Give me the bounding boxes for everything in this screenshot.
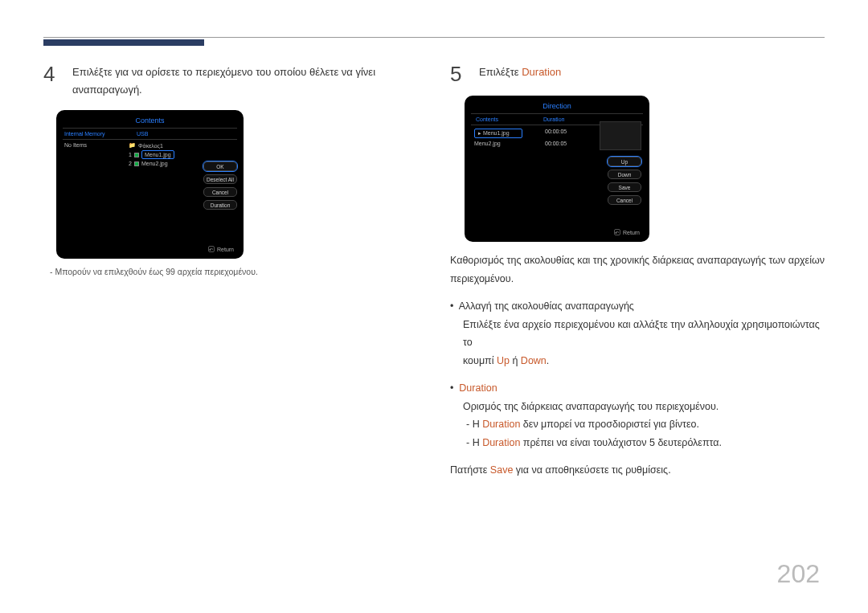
device-direction: Direction Contents Duration ▸ Menu1.jpg …	[465, 96, 649, 242]
last-a: Πατήστε	[450, 464, 490, 476]
bullet-sub: Επιλέξτε ένα αρχείο περιεχομένου και αλλ…	[463, 316, 825, 370]
d2-a: Η	[473, 437, 483, 448]
list-item[interactable]: 1 Menu1.jpg	[129, 149, 235, 160]
step-number: 4	[43, 63, 63, 84]
step-text: Επιλέξτε Duration	[479, 63, 561, 81]
header-internal: Internal Memory	[64, 131, 121, 137]
sub-end: .	[547, 355, 549, 366]
d2-hl: Duration	[482, 437, 520, 448]
bullet-prefix: •	[450, 300, 453, 312]
d1-a: Η	[473, 419, 483, 430]
item-name: Menu2.jpg	[141, 161, 168, 166]
step-5: 5 Επιλέξτε Duration	[450, 63, 825, 84]
preview-box	[600, 121, 641, 150]
cancel-button[interactable]: Cancel	[203, 187, 237, 197]
return-row[interactable]: ↶ Return	[614, 229, 640, 235]
checkbox-icon	[134, 161, 139, 166]
accent-bar	[43, 39, 204, 46]
columns: 4 Επιλέξτε για να ορίσετε το περιεχόμενο…	[43, 63, 825, 480]
header-duration: Duration	[543, 116, 564, 122]
left-column: 4 Επιλέξτε για να ορίσετε το περιεχόμενο…	[43, 63, 418, 480]
last-b: για να αποθηκεύσετε τις ρυθμίσεις.	[513, 464, 670, 476]
row-duration: 00:00:05	[545, 129, 567, 138]
page-number: 202	[777, 559, 820, 589]
item-name: Φάκελος1	[138, 143, 163, 149]
hl-down: Down	[521, 355, 547, 366]
item-name: Menu1.jpg	[145, 152, 171, 157]
button-stack: OK Deselect All Cancel Duration	[203, 161, 237, 210]
bullet-2: • Duration Ορισμός της διάρκειας αναπαρα…	[450, 379, 825, 452]
row-name-text: Menu1.jpg	[483, 130, 510, 136]
device-title: Direction	[466, 97, 648, 113]
button-stack: Up Down Save Cancel	[608, 157, 641, 205]
row-name: Menu2.jpg	[474, 141, 522, 146]
last-line: Πατήστε Save για να αποθηκεύσετε τις ρυθ…	[450, 461, 825, 480]
footnote: Μπορούν να επιλεχθούν έως 99 αρχεία περι…	[50, 267, 418, 276]
return-row[interactable]: ↶ Return	[208, 246, 234, 252]
last-hl: Save	[490, 464, 514, 476]
return-label: Return	[217, 247, 234, 252]
step-line-2: αναπαραγωγή.	[72, 84, 142, 96]
col-internal: No Items	[64, 141, 121, 167]
item-idx: 1	[129, 152, 132, 157]
checkbox-icon	[134, 153, 139, 157]
dash-2: Η Duration πρέπει να είναι τουλάχιστον 5…	[477, 434, 722, 452]
save-button[interactable]: Save	[608, 182, 641, 192]
step-highlight: Duration	[522, 66, 561, 78]
up-button[interactable]: Up	[608, 157, 641, 166]
bullet-sub: Ορισμός της διάρκειας αναπαραγωγής του π…	[463, 398, 719, 416]
step-4: 4 Επιλέξτε για να ορίσετε το περιεχόμενο…	[43, 63, 418, 99]
duration-button[interactable]: Duration	[203, 200, 237, 210]
device-headers: Internal Memory USB	[58, 129, 242, 139]
ok-button[interactable]: OK	[203, 161, 237, 171]
selected-item: Menu1.jpg	[141, 150, 174, 159]
d2-b: πρέπει να είναι τουλάχιστον 5 δευτερόλεπ…	[520, 437, 722, 448]
right-column: 5 Επιλέξτε Duration Direction Contents D…	[450, 63, 825, 480]
hl-up: Up	[497, 355, 510, 366]
hl-duration: Duration	[459, 382, 497, 394]
step-text-prefix: Επιλέξτε	[479, 66, 522, 78]
dash-1: Η Duration δεν μπορεί να προσδιοριστεί γ…	[477, 415, 699, 434]
cancel-button[interactable]: Cancel	[608, 195, 641, 205]
deselect-all-button[interactable]: Deselect All	[203, 174, 237, 184]
sub-line-2a: κουμπί	[463, 355, 497, 366]
paragraph: Καθορισμός της ακολουθίας και της χρονικ…	[450, 251, 825, 288]
row-duration: 00:00:05	[545, 141, 567, 146]
return-icon: ↶	[614, 229, 620, 235]
return-label: Return	[623, 230, 640, 235]
d1-hl: Duration	[482, 419, 520, 430]
top-rule	[43, 37, 825, 38]
d1-b: δεν μπορεί να προσδιοριστεί για βίντεο.	[520, 419, 699, 430]
sub-line-1: Επιλέξτε ένα αρχείο περιεχομένου και αλλ…	[463, 319, 820, 349]
item-idx: 2	[129, 161, 132, 166]
page: 4 Επιλέξτε για να ορίσετε το περιεχόμενο…	[0, 0, 868, 613]
bullet-text: Αλλαγή της ακολουθίας αναπαραγωγής	[459, 300, 634, 312]
device-contents: Contents Internal Memory USB No Items 📁 …	[56, 110, 244, 259]
list-item[interactable]: 📁 Φάκελος1	[129, 141, 235, 149]
row-name: ▸ Menu1.jpg	[474, 129, 522, 138]
header-usb: USB	[137, 131, 148, 137]
no-items: No Items	[64, 141, 121, 149]
bullet-prefix: •	[450, 382, 453, 394]
step-text: Επιλέξτε για να ορίσετε το περιεχόμενο τ…	[72, 63, 375, 99]
step-number: 5	[450, 63, 469, 84]
step-line-1: Επιλέξτε για να ορίσετε το περιεχόμενο τ…	[72, 66, 375, 78]
header-contents: Contents	[476, 116, 527, 122]
device-title: Contents	[58, 112, 242, 128]
bullet-1: • Αλλαγή της ακολουθίας αναπαραγωγής Επι…	[450, 297, 825, 370]
folder-icon: 📁	[129, 142, 136, 149]
return-icon: ↶	[208, 246, 215, 252]
down-button[interactable]: Down	[608, 170, 641, 179]
sub-mid: ή	[510, 355, 521, 366]
